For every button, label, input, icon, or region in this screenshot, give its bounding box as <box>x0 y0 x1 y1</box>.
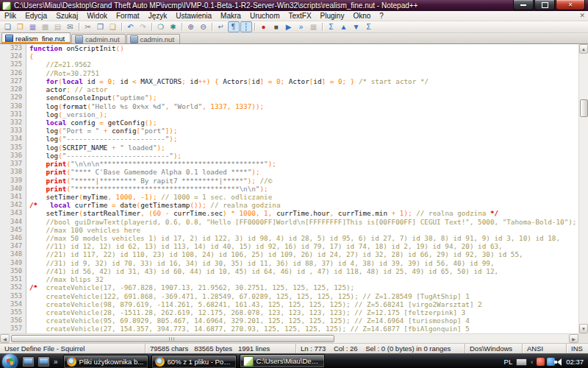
maximize-button[interactable] <box>534 0 555 10</box>
taskbar: » Pliki użytkownika b...60% z 1 pliku - … <box>0 353 588 368</box>
volume-icon[interactable] <box>557 358 562 366</box>
status-encoding: ANSI <box>522 344 566 353</box>
code-area[interactable]: function onScriptInit(){ //Z=21.9562 //R… <box>26 44 578 333</box>
taskbar-button-3[interactable]: C:\Users\Miau\Desk... <box>240 354 325 368</box>
tray-expand-arrow-icon[interactable]: ‹ <box>531 358 533 366</box>
copy-icon[interactable]: ❐ <box>95 21 107 32</box>
toolbar-separator <box>212 23 212 31</box>
menu-item-pluginy[interactable]: Pluginy <box>316 12 349 20</box>
line-number: 352 <box>0 283 22 291</box>
menu-item-szukaj[interactable]: Szukaj <box>51 12 82 20</box>
undo-icon[interactable]: ↶ <box>125 21 137 32</box>
record-macro-icon[interactable]: ● <box>258 21 270 32</box>
notepadpp-icon <box>243 356 254 367</box>
menu-item-jzyk[interactable]: Język <box>144 12 172 20</box>
taskbar-button-2[interactable]: 60% z 1 pliku - Pobi... <box>151 355 237 368</box>
taskbar-button-1[interactable]: Pliki użytkownika b... <box>63 355 148 368</box>
menu-item-ustawienia[interactable]: Ustawienia <box>171 12 216 20</box>
start-button[interactable] <box>2 354 18 368</box>
horizontal-scrollbar-thumb[interactable] <box>11 335 334 342</box>
status-document-stats: 79585 chars 83565 bytes 1991 lines <box>145 344 295 353</box>
code-line-325: //Z=21.9562 <box>29 60 578 68</box>
window-title: C:\Users\Miau\Desktop\Grand Theft Auto M… <box>14 1 417 10</box>
run-macro-multiple-icon[interactable]: » <box>295 21 307 32</box>
textfx-sort-desc-icon[interactable]: ▼ <box>351 21 362 32</box>
new-file-icon[interactable]: ❏ <box>2 21 14 32</box>
scroll-down-arrow-icon[interactable]: ▼ <box>579 324 588 333</box>
code-line-345: //max 100 vehicles here <box>29 226 578 234</box>
textfx-sort-asc-icon[interactable]: ▲ <box>338 21 350 32</box>
paste-icon[interactable]: ❑ <box>107 21 119 32</box>
print-icon[interactable]: ✉ <box>65 21 76 32</box>
find-icon[interactable]: ❍ <box>155 21 167 32</box>
menu-item-textfx[interactable]: TextFX <box>284 12 315 20</box>
code-line-346: //max 50 models vehicles 1) id 17, 2) id… <box>29 234 578 242</box>
vertical-scrollbar[interactable]: ▲ ▼ <box>578 44 588 333</box>
firefox-icon <box>67 357 76 367</box>
play-macro-icon[interactable]: ▶ <box>283 21 295 32</box>
code-line-354: createVehicle(98, 879.619, -114.261, 5.6… <box>29 300 578 308</box>
line-number: 323 <box>0 44 22 52</box>
quicklaunch-icon-1[interactable] <box>22 356 35 367</box>
scroll-left-arrow-icon[interactable]: ◀ <box>0 334 10 343</box>
tab-label: cadmin.nut <box>140 35 174 43</box>
status-eol-format: Dos\Windows <box>465 344 522 353</box>
save-macro-icon[interactable]: ▦ <box>308 21 320 32</box>
menu-item-makra[interactable]: Makra <box>216 12 245 20</box>
code-editor[interactable]: 3233243253263273283293303313323333343353… <box>0 44 588 333</box>
keyboard-icon[interactable] <box>516 358 527 366</box>
code-line-342: /* local currTime = date(getTimestamp())… <box>29 201 578 209</box>
code-line-334: log("------------------------"); <box>29 135 578 143</box>
menu-item-okno[interactable]: Okno <box>348 12 375 20</box>
scroll-right-arrow-icon[interactable]: ▶ <box>569 334 578 343</box>
minimize-button[interactable] <box>513 0 534 10</box>
stop-macro-icon[interactable]: ■ <box>270 21 282 32</box>
maximize-icon <box>542 2 548 8</box>
open-folder-icon[interactable]: ❒ <box>15 21 26 32</box>
menu-item-uruchom[interactable]: Uruchom <box>245 12 284 20</box>
tab-cadmin.nut[interactable]: cadmin.nut <box>126 34 180 43</box>
tab-cadmin.nut[interactable]: cadmin.nut <box>71 34 125 43</box>
line-number: 337 <box>0 160 22 168</box>
show-all-chars-icon[interactable]: ¶ <box>228 21 240 32</box>
scroll-up-arrow-icon[interactable]: ▲ <box>579 44 588 54</box>
save-icon[interactable]: ▦ <box>27 21 39 32</box>
redo-icon[interactable]: ↷ <box>137 21 149 32</box>
quicklaunch-overflow-chevron[interactable]: » <box>54 358 58 366</box>
close-doc-icon[interactable]: ▤ <box>52 21 64 32</box>
line-number: 329 <box>0 93 22 102</box>
menu-item-edycja[interactable]: Edycja <box>21 12 51 20</box>
cut-icon[interactable]: ✂ <box>82 21 94 32</box>
menu-item-[interactable]: ? <box>375 12 388 20</box>
tab-label: cadmin.nut <box>85 35 119 43</box>
close-button[interactable]: ✕ <box>556 0 585 10</box>
language-indicator[interactable]: PL <box>504 358 513 366</box>
code-line-348: //21) id 117, 22) id 110, 23) id 108, 24… <box>29 250 578 258</box>
code-line-330: log(format("Hello %s 0x%x %d", "World", … <box>29 102 578 110</box>
menu-item-plik[interactable]: Plik <box>0 12 21 20</box>
code-line-356: createVehicle(95, 69.8929, 805.467, 14.6… <box>29 316 578 325</box>
quicklaunch-icon-2[interactable] <box>37 356 50 367</box>
indent-guide-icon[interactable]: ┆ <box>240 21 252 32</box>
tab-realism_fine.nut[interactable]: realism_fine.nut <box>1 32 71 43</box>
zoom-in-icon[interactable]: ⊕ <box>185 21 197 32</box>
menu-item-format[interactable]: Format <box>112 12 144 20</box>
textfx-sigma-1-icon[interactable]: Σ <box>326 21 337 32</box>
line-number: 355 <box>0 308 22 316</box>
vertical-scrollbar-thumb[interactable] <box>580 99 588 117</box>
security-alert-tray-icon[interactable] <box>537 358 545 366</box>
word-wrap-icon[interactable]: ↵ <box>215 21 227 32</box>
menu-item-widok[interactable]: Widok <box>82 12 112 20</box>
line-number: 347 <box>0 242 22 250</box>
code-line-343: setTimer(startRealTimer, (60 - currTime.… <box>29 209 578 217</box>
horizontal-scrollbar[interactable]: ◀ ▶ <box>0 333 588 343</box>
menubar-close-icon[interactable]: ✕ <box>579 12 585 20</box>
code-line-344: //bool guiDrawText(playerid, 0.6, 0.8, "… <box>29 218 578 226</box>
save-all-icon[interactable]: ▩ <box>40 21 51 32</box>
code-line-340: print("*********************************… <box>29 185 578 193</box>
code-line-332: local config = getConfig(); <box>29 118 578 127</box>
zoom-out-icon[interactable]: ⊖ <box>198 21 209 32</box>
replace-icon[interactable]: ✱ <box>168 21 179 32</box>
code-line-335: log(SCRIPT_NAME + " loaded"); <box>29 144 578 152</box>
textfx-sigma-2-icon[interactable]: Σ <box>363 21 375 32</box>
